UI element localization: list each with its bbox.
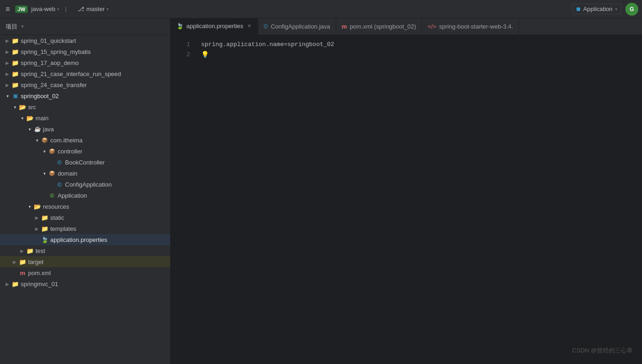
tree-item-spring17[interactable]: ▶ 📁 spring_17_aop_demo — [0, 57, 170, 68]
tree-item-springboot02[interactable]: ▾ ▣ springboot_02 — [0, 90, 170, 101]
tree-arrow-com-itheima: ▾ — [33, 138, 41, 143]
tree-arrow-main: ▾ — [18, 116, 26, 121]
sidebar-tree[interactable]: ▶ 📁 spring_01_quickstart ▶ 📁 spring_15_s… — [0, 35, 170, 364]
project-badge: JW — [15, 6, 28, 13]
package-icon-com-itheima: 📦 — [41, 137, 49, 143]
tree-arrow-resources: ▾ — [26, 204, 33, 209]
main-content: 项目 ▾ ▶ 📁 spring_01_quickstart ▶ 📁 spring… — [0, 18, 642, 364]
tree-label-src: src — [28, 104, 36, 111]
avatar-button[interactable]: G — [625, 3, 638, 16]
tab-pom-xml[interactable]: m pom.xml (springboot_02) — [336, 18, 422, 35]
tree-arrow-spring15: ▶ — [4, 49, 11, 54]
tree-label-test: test — [36, 247, 45, 254]
tree-arrow-test: ▶ — [18, 248, 26, 253]
tree-item-main[interactable]: ▾ 📂 main — [0, 112, 170, 123]
folder-icon-templates: 📁 — [41, 225, 49, 232]
tab-label-properties: application.properties — [186, 23, 244, 29]
folder-icon-static: 📁 — [41, 214, 49, 221]
tree-label-target: target — [28, 258, 43, 265]
tree-item-target[interactable]: ▶ 📁 target — [0, 256, 170, 267]
class-icon-configapplication: © — [55, 181, 64, 188]
spring-icon-application-properties: 🍃 — [41, 236, 49, 243]
line-number-2: 2 — [171, 50, 190, 60]
editor-area: 🍃 application.properties ✕ © ConfigAppli… — [171, 18, 642, 364]
run-config-label: Application — [583, 6, 612, 12]
tree-item-application[interactable]: © Application — [0, 190, 170, 201]
folder-icon-spring15: 📁 — [11, 48, 19, 55]
tree-label-springmvc01: springmvc_01 — [21, 281, 58, 288]
folder-icon-spring17: 📁 — [11, 59, 19, 66]
tab-spring-starter[interactable]: </> spring-boot-starter-web-3.4. — [422, 18, 519, 35]
tree-arrow-spring17: ▶ — [4, 60, 11, 65]
tree-item-spring01[interactable]: ▶ 📁 spring_01_quickstart — [0, 35, 170, 46]
tab-icon-properties: 🍃 — [176, 23, 184, 29]
hamburger-icon[interactable]: ≡ — [4, 3, 12, 15]
sidebar: 项目 ▾ ▶ 📁 spring_01_quickstart ▶ 📁 spring… — [0, 18, 171, 364]
tree-item-java[interactable]: ▾ ☕ java — [0, 123, 170, 135]
folder-icon-test: 📁 — [26, 247, 34, 254]
tree-arrow-java: ▾ — [26, 127, 33, 132]
tree-item-controller[interactable]: ▾ 📦 controller — [0, 146, 170, 157]
tree-item-bookcontroller[interactable]: © BookController — [0, 157, 170, 168]
tree-item-spring21[interactable]: ▶ 📁 spring_21_case_interface_run_speed — [0, 68, 170, 79]
editor-code[interactable]: spring.application.name=springboot_02 💡 — [194, 35, 642, 364]
tab-icon-config: © — [264, 23, 268, 30]
tab-bar: 🍃 application.properties ✕ © ConfigAppli… — [171, 18, 642, 35]
tree-arrow-src: ▾ — [11, 105, 18, 110]
project-chevron-icon: ▾ — [57, 7, 59, 12]
tab-config-application[interactable]: © ConfigApplication.java — [258, 18, 336, 35]
editor-content: 1 2 spring.application.name=springboot_0… — [171, 35, 642, 364]
tree-item-resources[interactable]: ▾ 📂 resources — [0, 201, 170, 212]
code-value-1: springboot_02 — [287, 41, 334, 48]
tree-item-pom[interactable]: m pom.xml — [0, 267, 170, 278]
tree-label-com-itheima: com.itheima — [50, 137, 83, 144]
tree-label-static: static — [50, 214, 64, 221]
top-bar-right: Application ▾ G — [572, 3, 638, 16]
tree-arrow-springmvc01: ▶ — [4, 282, 11, 287]
sidebar-title: 项目 — [6, 23, 18, 31]
tree-label-spring15: spring_15_spring_mybatis — [21, 48, 91, 55]
tree-item-spring24[interactable]: ▶ 📁 spring_24_case_transfer — [0, 79, 170, 90]
package-icon-domain: 📦 — [48, 170, 56, 176]
run-config-dot — [577, 7, 580, 11]
line-number-1: 1 — [171, 40, 190, 50]
tree-item-templates[interactable]: ▶ 📁 templates — [0, 223, 170, 234]
tree-item-spring15[interactable]: ▶ 📁 spring_15_spring_mybatis — [0, 46, 170, 57]
top-bar: ≡ JW java-web ▾ | ⎇ master ▾ Application… — [0, 0, 642, 18]
folder-icon-main: 📂 — [26, 115, 34, 122]
package-icon-controller: 📦 — [48, 148, 56, 154]
tree-label-springboot02: springboot_02 — [21, 93, 59, 100]
tab-close-properties[interactable]: ✕ — [246, 23, 252, 29]
tab-application-properties[interactable]: 🍃 application.properties ✕ — [171, 18, 258, 35]
lightbulb-icon[interactable]: 💡 — [201, 50, 209, 60]
tree-arrow-domain: ▾ — [41, 171, 48, 176]
run-config-chevron-icon: ▾ — [615, 7, 618, 12]
folder-icon-spring01: 📁 — [11, 37, 19, 44]
spring-class-icon-application: © — [48, 192, 56, 199]
tree-label-java: java — [43, 126, 54, 133]
project-dropdown-icon[interactable]: ▾ — [21, 23, 24, 29]
tab-label-starter: spring-boot-starter-web-3.4. — [439, 23, 513, 30]
tree-item-application-properties[interactable]: 🍃 application.properties — [0, 234, 170, 245]
tree-label-configapplication: ConfigApplication — [65, 181, 112, 188]
tree-item-static[interactable]: ▶ 📁 static — [0, 212, 170, 223]
java-folder-icon: ☕ — [33, 126, 42, 132]
tree-item-domain[interactable]: ▾ 📦 domain — [0, 168, 170, 179]
tree-item-springmvc01[interactable]: ▶ 📁 springmvc_01 — [0, 278, 170, 289]
tab-label-pom: pom.xml (springboot_02) — [350, 23, 416, 30]
tree-item-test[interactable]: ▶ 📁 test — [0, 245, 170, 256]
tree-item-configapplication[interactable]: © ConfigApplication — [0, 179, 170, 190]
run-config-button[interactable]: Application ▾ — [572, 4, 622, 14]
module-icon-springboot02: ▣ — [11, 93, 19, 99]
folder-icon-spring24: 📁 — [11, 82, 19, 88]
branch-chevron-icon: ▾ — [107, 7, 109, 12]
tree-label-spring17: spring_17_aop_demo — [21, 59, 79, 66]
branch-selector[interactable]: ⎇ master ▾ — [77, 6, 109, 12]
project-name[interactable]: java-web ▾ — [31, 6, 59, 12]
line-numbers: 1 2 — [171, 35, 194, 364]
tree-label-domain: domain — [58, 170, 77, 177]
tree-arrow-templates: ▶ — [33, 226, 41, 231]
tree-arrow-target: ▶ — [11, 259, 18, 264]
tree-item-src[interactable]: ▾ 📂 src — [0, 101, 170, 112]
tree-item-com-itheima[interactable]: ▾ 📦 com.itheima — [0, 135, 170, 146]
